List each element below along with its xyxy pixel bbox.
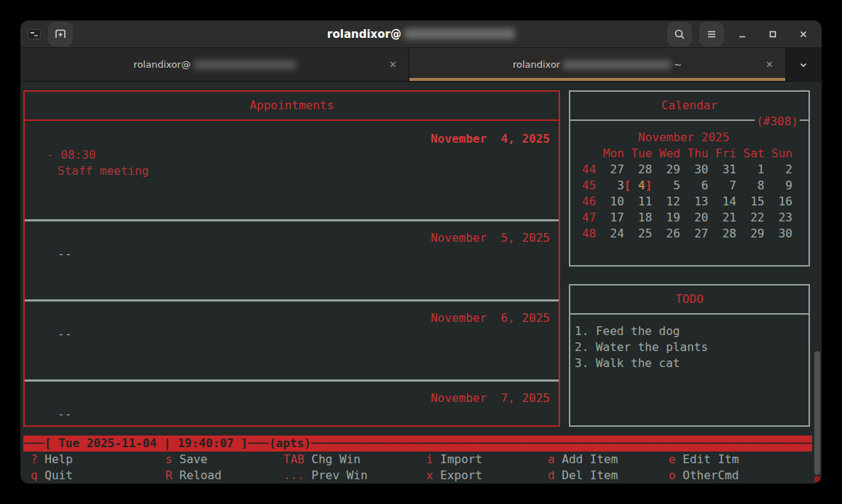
terminal-scrollbar[interactable]: [814, 83, 821, 482]
calendar-day: 11: [624, 194, 653, 208]
tab-2-close-icon[interactable]: ✕: [766, 48, 774, 81]
redacted-hostname: [404, 28, 515, 39]
calendar-day: 8: [736, 178, 765, 192]
appointment-day-section: November 5, 2025--: [25, 221, 559, 299]
week-number: 47: [582, 210, 596, 224]
selected-day: 4: [631, 178, 645, 192]
empty-day-marker: --: [25, 246, 559, 262]
close-button[interactable]: [791, 22, 816, 47]
maximize-button[interactable]: [760, 22, 785, 47]
keybindings-row-1: ? Helps SaveTAB Chg Wini Importa Add Ite…: [23, 452, 810, 468]
new-tab-button[interactable]: [48, 22, 73, 47]
calendar-day: 25: [624, 227, 653, 240]
calendar-day: 7: [708, 178, 736, 192]
terminal-screen[interactable]: Appointments November 4, 2025- 08:30Staf…: [20, 82, 822, 484]
calendar-day: 24: [596, 227, 624, 240]
keybinding: TAB Chg Win: [283, 452, 361, 468]
calendar-day: 27: [680, 227, 709, 240]
calendar-day: 23: [764, 210, 792, 224]
keybinding-key: TAB: [283, 452, 304, 466]
redacted-hostname: [194, 60, 296, 69]
keybinding-key: R: [165, 468, 173, 482]
calendar-day: 18: [624, 210, 653, 224]
calendar-day: 9: [764, 178, 792, 192]
tab-1-close-icon[interactable]: ✕: [389, 48, 397, 81]
calendar-day: 29: [736, 227, 765, 240]
calendar-day: 3: [596, 178, 624, 192]
calendar-day: 31: [708, 162, 736, 176]
calendar-day: 14: [708, 194, 736, 208]
calendar-week-row: 45 3[ 4] 5 6 7 8 9: [582, 178, 808, 194]
calendar-week-row: 48 24 25 26 27 28 29 30: [582, 226, 808, 242]
tab-2-label-tail: ~: [674, 59, 682, 70]
calendar-day: 10: [596, 194, 624, 208]
appointment-entry: - 08:30: [25, 147, 559, 163]
todo-panel: TODO 1. Feed the dog2. Water the plants3…: [569, 284, 810, 427]
keybinding: s Save: [165, 452, 208, 468]
selected-day-bracket: [: [624, 178, 632, 192]
keybinding-label: Edit Itm: [676, 452, 739, 466]
calendar-month-label: November 2025: [582, 130, 808, 146]
keybinding: x Export: [426, 468, 482, 484]
keybinding-label: Reload: [173, 468, 221, 482]
tab-1-label-text: rolandixor@: [133, 59, 190, 70]
search-button[interactable]: [667, 22, 692, 47]
calendar-day: 2: [764, 162, 792, 176]
keybinding: o OtherCmd: [669, 468, 739, 484]
tab-terminal-2-active[interactable]: rolandixor ~ ✕: [409, 48, 785, 81]
keybinding-key: ...: [283, 468, 304, 482]
todo-list: 1. Feed the dog2. Water the plants3. Wal…: [570, 315, 808, 371]
appointments-list: November 4, 2025- 08:30Staff meetingNove…: [25, 122, 559, 425]
keybinding: ? Help: [31, 452, 73, 468]
tab-2-label-text: rolandixor: [513, 59, 560, 70]
keybinding: e Edit Itm: [669, 452, 739, 468]
window-title-text: rolandixor@: [327, 28, 401, 41]
keybinding: q Quit: [31, 468, 73, 484]
keybinding-key: d: [548, 468, 555, 482]
calendar-day: 30: [680, 162, 709, 176]
keybinding-label: OtherCmd: [676, 468, 739, 482]
tab-2-label: rolandixor ~: [513, 59, 682, 70]
keybinding: ... Prev Win: [283, 468, 368, 484]
hamburger-menu-icon: [706, 28, 717, 40]
calendar-day: 13: [680, 194, 709, 208]
keybinding-key: ?: [31, 452, 38, 466]
keybinding: d Del Item: [548, 468, 618, 484]
maximize-icon: [768, 29, 778, 39]
new-tab-icon: [55, 28, 66, 40]
scrollbar-thumb[interactable]: [814, 351, 820, 475]
close-icon: [798, 29, 808, 39]
calendar-grid: November 2025 Mon Tue Wed Thu Fri Sat Su…: [570, 121, 808, 242]
week-number: 46: [582, 194, 596, 208]
empty-day-marker: --: [25, 406, 559, 422]
empty-day-marker: --: [25, 326, 559, 342]
keybinding-label: Save: [173, 452, 208, 466]
keybinding-key: q: [31, 468, 38, 482]
keybinding-label: Del Item: [555, 468, 618, 482]
minimize-button[interactable]: [730, 22, 755, 47]
keybinding-label: Add Item: [555, 452, 618, 466]
status-bar: ───[ Tue 2025-11-04 | 19:40:07 ]───(apts…: [23, 436, 812, 452]
calendar-day: 29: [652, 162, 680, 176]
appointment-entry: Staff meeting: [25, 163, 559, 179]
minimize-icon: [737, 29, 747, 39]
tab-list-dropdown[interactable]: [785, 48, 822, 81]
calendar-day: 28: [708, 227, 736, 240]
keybinding-key: o: [669, 468, 676, 482]
calendar-day: 27: [596, 162, 624, 176]
calendar-day: 12: [652, 194, 680, 208]
screen: rolandixor@: [0, 0, 842, 504]
tab-terminal-1[interactable]: rolandixor@ ✕: [20, 48, 409, 81]
active-tab-indicator: [409, 78, 785, 81]
calendar-week-row: 46 10 11 12 13 14 15 16: [582, 194, 808, 210]
titlebar-controls: [660, 22, 816, 47]
keybinding: R Reload: [165, 468, 221, 484]
calendar-week-row: 44 27 28 29 30 31 1 2: [582, 162, 808, 178]
day-date-label: November 7, 2025: [25, 390, 559, 406]
keybinding-label: Quit: [38, 468, 73, 482]
menu-button[interactable]: [699, 22, 724, 47]
titlebar: rolandixor@: [20, 20, 822, 48]
terminal-app-icon: [28, 29, 41, 39]
redacted-hostname: [563, 60, 671, 69]
calendar-day: 28: [624, 162, 653, 176]
